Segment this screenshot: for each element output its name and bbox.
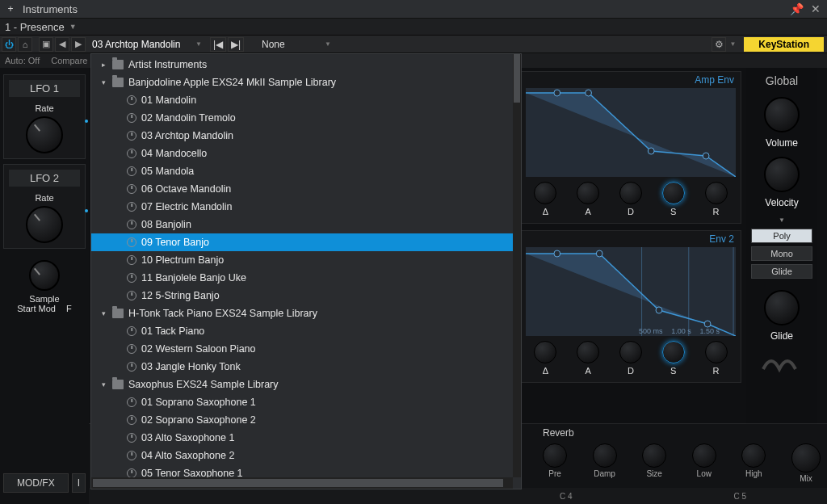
lfo1-rate-knob[interactable]: [26, 116, 63, 153]
preset-icon: [127, 468, 136, 477]
poly-button[interactable]: Poly: [751, 229, 812, 243]
preset-icon: [127, 344, 136, 354]
close-icon[interactable]: ✕: [809, 2, 822, 15]
tree-folder[interactable]: H-Tonk Tack Piano EXS24 Sample Library: [91, 304, 521, 322]
chevron-down-icon[interactable]: ▼: [729, 40, 736, 48]
amp-env-release-knob[interactable]: [705, 182, 728, 204]
folder-icon: [112, 309, 124, 318]
instrument-selector[interactable]: 1 - Presence ▼: [0, 18, 827, 36]
lfo1-rate-label: Rate: [9, 103, 80, 113]
tree-preset[interactable]: 11 Banjolele Banjo Uke: [91, 269, 521, 287]
reverb-damp-knob[interactable]: [593, 443, 617, 468]
glide-button[interactable]: Glide: [751, 264, 812, 279]
svg-point-9: [656, 307, 662, 313]
transport-prev-button[interactable]: |◀: [210, 37, 226, 52]
key-c5-label: C 5: [733, 492, 746, 501]
volume-knob[interactable]: [764, 97, 800, 132]
scroll-thumb[interactable]: [514, 54, 520, 103]
reverb-mix-knob[interactable]: [791, 443, 821, 472]
add-instrument-button[interactable]: +: [5, 3, 16, 15]
tree-preset[interactable]: 03 Jangle Honky Tonk: [91, 358, 521, 376]
sample-start-knob[interactable]: [29, 260, 60, 291]
tree-preset[interactable]: 02 Western Saloon Piano: [91, 340, 521, 358]
tree-preset[interactable]: 02 Mandolin Tremolo: [91, 109, 521, 127]
preset-icon: [127, 326, 136, 336]
velocity-label: Velocity: [765, 197, 798, 208]
pin-icon[interactable]: 📌: [790, 2, 803, 15]
tree-preset[interactable]: 01 Tack Piano: [91, 322, 521, 340]
tree-preset[interactable]: 03 Alto Saxophone 1: [91, 429, 521, 447]
i-tab[interactable]: I: [72, 473, 86, 493]
tree-preset[interactable]: 09 Tenor Banjo: [91, 233, 521, 251]
secondary-selector[interactable]: None ▼: [262, 39, 334, 50]
keystation-indicator[interactable]: KeyStation: [744, 37, 824, 52]
preset-tree[interactable]: Artist InstrumentsBanjodoline Apple EXS2…: [91, 54, 521, 477]
tree-preset[interactable]: 01 Mandolin: [91, 91, 521, 109]
tree-preset[interactable]: 08 Banjolin: [91, 216, 521, 233]
reverb-pre-knob[interactable]: [543, 443, 567, 468]
tree-preset[interactable]: 01 Soprano Saxophone 1: [91, 393, 521, 411]
tree-folder[interactable]: Saxophus EXS24 Sample Library: [91, 376, 521, 393]
hscroll-thumb[interactable]: [93, 479, 503, 487]
vertical-scrollbar[interactable]: [513, 54, 521, 477]
velocity-knob[interactable]: [764, 157, 800, 192]
glide-knob[interactable]: [764, 290, 800, 326]
prev-preset-button[interactable]: ◀: [55, 37, 69, 52]
tree-preset[interactable]: 02 Soprano Saxophone 2: [91, 411, 521, 429]
amp-env-graph[interactable]: [526, 88, 736, 177]
power-button[interactable]: ⏻: [2, 37, 16, 52]
env2-time-2: 1.00 s: [671, 327, 691, 335]
preset-browser-dropdown: Artist InstrumentsBanjodoline Apple EXS2…: [90, 53, 522, 489]
disclosure-arrow-icon[interactable]: [99, 309, 107, 317]
preset-selector[interactable]: 03 Archtop Mandolin ▼: [87, 36, 208, 52]
modfx-tab[interactable]: MOD/FX: [3, 473, 69, 493]
pin-preset-button[interactable]: ⌂: [18, 37, 32, 52]
tree-item-label: 03 Archtop Mandolin: [141, 130, 233, 141]
chevron-down-icon[interactable]: ▼: [779, 216, 785, 224]
preset-icon: [127, 184, 136, 194]
reverb-panel: Reverb Pre Damp Size Low High Mix: [536, 424, 827, 488]
lfo2-rate-knob[interactable]: [26, 206, 63, 243]
amp-env-delta-knob[interactable]: [534, 182, 556, 204]
amp-env-decay-knob[interactable]: [619, 182, 642, 204]
amp-env-attack-knob[interactable]: [577, 182, 599, 204]
preset-icon: [127, 415, 136, 425]
tree-preset[interactable]: 04 Mandocello: [91, 145, 521, 162]
env2-delta-knob[interactable]: [534, 341, 556, 363]
horizontal-scrollbar[interactable]: [91, 477, 513, 489]
save-preset-button[interactable]: ▣: [39, 37, 53, 52]
auto-off-toggle[interactable]: Auto: Off: [5, 56, 40, 65]
tree-preset[interactable]: 12 5-String Banjo: [91, 287, 521, 304]
tree-folder[interactable]: Banjodoline Apple EXS24 MkII Sample Libr…: [91, 74, 521, 91]
reverb-low-knob[interactable]: [692, 443, 716, 468]
tree-preset[interactable]: 04 Alto Saxophone 2: [91, 447, 521, 464]
env2-attack-knob[interactable]: [577, 341, 599, 363]
disclosure-arrow-icon[interactable]: [99, 380, 107, 388]
tree-preset[interactable]: 10 Plectrum Banjo: [91, 251, 521, 269]
chevron-down-icon: ▼: [195, 40, 202, 48]
env2-decay-knob[interactable]: [619, 341, 642, 363]
disclosure-arrow-icon[interactable]: [99, 78, 107, 86]
preset-icon: [127, 433, 136, 443]
tree-preset[interactable]: 05 Mandola: [91, 162, 521, 180]
compare-toggle[interactable]: Compare: [51, 56, 87, 65]
env2-release-knob[interactable]: [705, 341, 728, 363]
env2-sustain-knob[interactable]: [662, 341, 685, 363]
tree-preset[interactable]: 06 Octave Mandolin: [91, 180, 521, 198]
preset-icon: [127, 273, 136, 283]
amp-env-sustain-knob[interactable]: [662, 182, 685, 204]
tree-preset[interactable]: 05 Tenor Saxophone 1: [91, 464, 521, 477]
tree-item-label: 05 Tenor Saxophone 1: [141, 468, 243, 477]
gear-icon[interactable]: ⚙: [712, 37, 726, 52]
reverb-size-knob[interactable]: [642, 443, 666, 468]
tree-folder[interactable]: Artist Instruments: [91, 56, 521, 74]
next-preset-button[interactable]: ▶: [71, 37, 86, 52]
disclosure-arrow-icon[interactable]: [99, 61, 107, 69]
reverb-high-knob[interactable]: [741, 443, 766, 468]
mono-button[interactable]: Mono: [751, 246, 812, 261]
env2-graph[interactable]: 500 ms 1.00 s 1.50 s: [526, 247, 736, 336]
tree-preset[interactable]: 03 Archtop Mandolin: [91, 127, 521, 145]
tree-preset[interactable]: 07 Electric Mandolin: [91, 198, 521, 216]
svg-point-7: [554, 250, 560, 257]
transport-next-button[interactable]: ▶|: [228, 37, 244, 52]
